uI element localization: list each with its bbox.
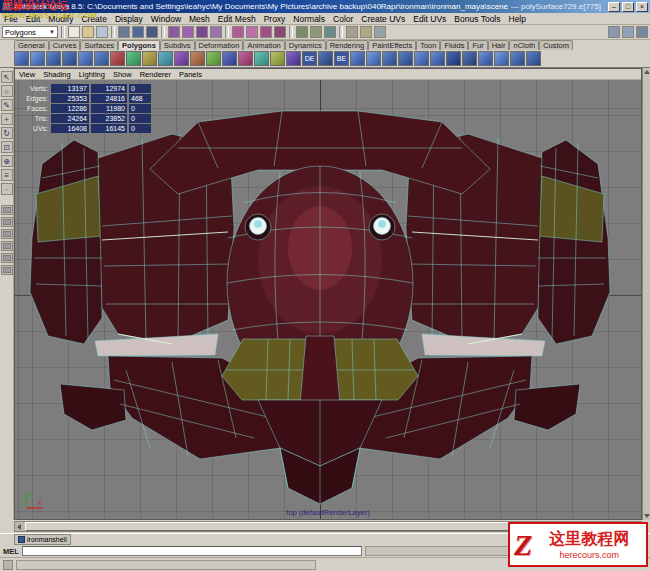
shelf-cut-faces-icon[interactable] — [318, 51, 333, 66]
shelf-tab-fluids[interactable]: Fluids — [440, 40, 468, 50]
shelf-poly-torus-icon[interactable] — [94, 51, 109, 66]
shelf-boolean-icon[interactable] — [238, 51, 253, 66]
menu-edit[interactable]: Edit — [22, 14, 45, 24]
statusline-divider[interactable] — [61, 26, 65, 38]
shelf-sculpt-geometry-icon[interactable] — [398, 51, 413, 66]
scroll-left-icon[interactable] — [17, 524, 21, 530]
shelf-tab-custom[interactable]: Custom — [539, 40, 573, 50]
new-scene-icon[interactable] — [68, 26, 80, 38]
lasso-tool-icon[interactable]: ○ — [1, 85, 13, 97]
menu-edit-uvs[interactable]: Edit UVs — [409, 14, 450, 24]
maximize-icon[interactable]: □ — [622, 2, 634, 12]
input-connections-icon[interactable] — [296, 26, 308, 38]
render-settings-icon[interactable] — [374, 26, 386, 38]
scroll-down-icon[interactable] — [644, 514, 650, 518]
render-icon[interactable] — [346, 26, 358, 38]
statusline-divider[interactable] — [111, 26, 115, 38]
shelf-merge-vertex-icon[interactable] — [158, 51, 173, 66]
close-icon[interactable]: × — [636, 2, 648, 12]
shelf-combine-icon[interactable] — [206, 51, 221, 66]
select-mask-surface-icon[interactable] — [210, 26, 222, 38]
menu-create[interactable]: Create — [77, 14, 111, 24]
vertical-scrollbar[interactable] — [642, 68, 650, 520]
shelf-tab-rendering[interactable]: Rendering — [326, 40, 369, 50]
shelf-poly-plane-icon[interactable] — [78, 51, 93, 66]
shelf-crease-icon[interactable] — [526, 51, 541, 66]
select-hierarchy-icon[interactable] — [118, 26, 130, 38]
layout-persp-outliner-button[interactable] — [1, 229, 13, 239]
scroll-up-icon[interactable] — [644, 70, 650, 74]
shelf-tab-ncloth[interactable]: nCloth — [509, 40, 539, 50]
snap-point-icon[interactable] — [260, 26, 272, 38]
shelf-de-button[interactable]: DE — [302, 51, 317, 66]
shelf-poly-cylinder-icon[interactable] — [46, 51, 61, 66]
menu-file[interactable]: File — [0, 14, 22, 24]
shelf-quad-draw-icon[interactable] — [414, 51, 429, 66]
shelf-tab-deformation[interactable]: Deformation — [195, 40, 244, 50]
panel-menu-renderer[interactable]: Renderer — [136, 70, 175, 79]
menu-normals[interactable]: Normals — [289, 14, 329, 24]
shelf-poly-cube-icon[interactable] — [30, 51, 45, 66]
panel-menu-view[interactable]: View — [15, 70, 39, 79]
show-manipulator-icon[interactable]: ≡ — [1, 169, 13, 181]
layout-hypershade-persp-button[interactable] — [1, 253, 13, 263]
ironman-helmet-model[interactable] — [22, 108, 632, 508]
scene-panel-tab[interactable]: ironmanshell — [14, 534, 71, 545]
shelf-separate-icon[interactable] — [222, 51, 237, 66]
shelf-poly-cone-icon[interactable] — [62, 51, 77, 66]
shelf-insert-edge-loop-icon[interactable] — [350, 51, 365, 66]
shelf-uv-auto-icon[interactable] — [286, 51, 301, 66]
shelf-poke-icon[interactable] — [510, 51, 525, 66]
layout-single-pane-button[interactable] — [1, 205, 13, 215]
move-tool-icon[interactable]: + — [1, 113, 13, 125]
select-object-icon[interactable] — [132, 26, 144, 38]
viewport-canvas[interactable]: Verts: 13197 12974 0 Edges: 25353 24816 … — [15, 80, 641, 519]
menu-edit-mesh[interactable]: Edit Mesh — [214, 14, 260, 24]
menu-mesh[interactable]: Mesh — [185, 14, 214, 24]
select-mask-face-icon[interactable] — [196, 26, 208, 38]
shelf-tab-dynamics[interactable]: Dynamics — [285, 40, 326, 50]
shelf-tab-fur[interactable]: Fur — [468, 40, 487, 50]
shelf-tab-surfaces[interactable]: Surfaces — [80, 40, 118, 50]
menu-bonus-tools[interactable]: Bonus Tools — [450, 14, 504, 24]
statusline-divider[interactable] — [161, 26, 165, 38]
shelf-delete-edge-icon[interactable] — [366, 51, 381, 66]
shelf-mirror-icon[interactable] — [254, 51, 269, 66]
shelf-split-polygon-icon[interactable] — [142, 51, 157, 66]
select-tool-icon[interactable]: ↖ — [1, 71, 13, 83]
layout-four-view-button[interactable] — [1, 217, 13, 227]
shelf-extrude-icon[interactable] — [126, 51, 141, 66]
help-line-icon[interactable] — [3, 560, 13, 570]
menuset-dropdown[interactable]: Polygons ▼ — [2, 26, 58, 38]
shelf-quadrangulate-icon[interactable] — [462, 51, 477, 66]
universal-manipulator-icon[interactable]: ⊕ — [1, 155, 13, 167]
scale-tool-icon[interactable]: ⊡ — [1, 141, 13, 153]
shelf-tab-animation[interactable]: Animation — [243, 40, 284, 50]
layout-persp-graph-button[interactable] — [1, 241, 13, 251]
shelf-uv-planar-icon[interactable] — [270, 51, 285, 66]
save-scene-icon[interactable] — [96, 26, 108, 38]
snap-curve-icon[interactable] — [246, 26, 258, 38]
menu-modify[interactable]: Modify — [44, 14, 77, 24]
shelf-tab-toon[interactable]: Toon — [416, 40, 440, 50]
menu-proxy[interactable]: Proxy — [260, 14, 290, 24]
select-mask-line-icon[interactable] — [182, 26, 194, 38]
toggle-attribute-editor-icon[interactable] — [608, 26, 620, 38]
panel-menu-panels[interactable]: Panels — [175, 70, 206, 79]
paint-select-tool-icon[interactable]: ✎ — [1, 99, 13, 111]
construction-history-icon[interactable] — [324, 26, 336, 38]
shelf-wedge-icon[interactable] — [494, 51, 509, 66]
open-scene-icon[interactable] — [82, 26, 94, 38]
shelf-tab-general[interactable]: General — [14, 40, 49, 50]
statusline-divider[interactable] — [289, 26, 293, 38]
snap-plane-icon[interactable] — [274, 26, 286, 38]
toggle-channel-box-icon[interactable] — [636, 26, 648, 38]
panel-menu-shading[interactable]: Shading — [39, 70, 75, 79]
statusline-divider[interactable] — [339, 26, 343, 38]
shelf-tab-painteffects[interactable]: PaintEffects — [368, 40, 416, 50]
last-tool-icon[interactable]: · — [1, 183, 13, 195]
statusline-divider[interactable] — [225, 26, 229, 38]
output-connections-icon[interactable] — [310, 26, 322, 38]
menu-display[interactable]: Display — [111, 14, 147, 24]
shelf-normals-icon[interactable] — [430, 51, 445, 66]
